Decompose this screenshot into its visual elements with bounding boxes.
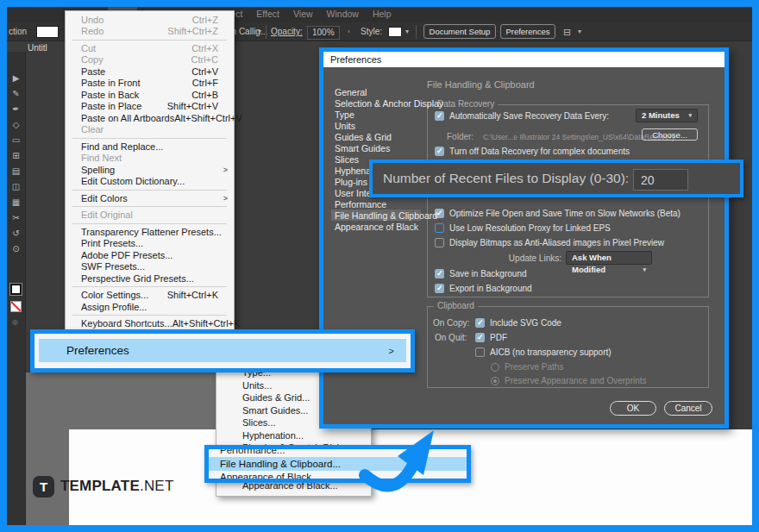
menu-item[interactable]: Paste in Back Ctrl+B (66, 89, 234, 101)
turnoff-recovery-checkbox[interactable] (435, 147, 444, 156)
divider (416, 25, 417, 39)
menu-item[interactable]: Find Next (66, 153, 234, 165)
tool-icon[interactable]: ▦ (7, 195, 25, 210)
menu-item[interactable]: Keyboard Shortcuts... Alt+Shift+Ctrl+K (66, 318, 234, 330)
tool-icon[interactable]: ✂ (7, 210, 25, 226)
menubar-item[interactable]: Help (366, 7, 398, 22)
menubar-item[interactable]: View (286, 7, 320, 22)
menubar-item[interactable]: Window (320, 7, 366, 22)
svg-code-label: Include SVG Code (490, 318, 561, 328)
menu-item[interactable]: Adobe PDF Presets... (66, 249, 234, 261)
sidebar-item[interactable]: Performance (335, 199, 421, 210)
bitmaps-checkbox[interactable] (435, 238, 444, 247)
sidebar-item[interactable]: General (335, 87, 421, 98)
preferences-menu-item[interactable]: Preferences > (39, 339, 406, 362)
sidebar-item[interactable]: Smart Guides (335, 143, 421, 154)
menu-item[interactable]: Find and Replace... (66, 141, 234, 153)
opacity-label[interactable]: Opacity: (271, 26, 303, 38)
preserve-paths-radio[interactable] (491, 363, 499, 372)
preferences-highlight-box: Preferences > (30, 329, 415, 372)
sidebar-item[interactable]: Appearance of Black (335, 222, 421, 233)
stroke-none-swatch[interactable] (10, 301, 22, 312)
clipboard-group-label: Clipboard (434, 301, 478, 310)
menu-item[interactable]: Paste in Place Shift+Ctrl+V (66, 101, 234, 113)
menu-item[interactable]: Edit Original (66, 210, 234, 222)
fill-stroke-swatch[interactable] (10, 284, 22, 295)
menu-item[interactable]: Assign Profile... (66, 301, 234, 313)
document-tab[interactable]: Untitl (28, 43, 47, 53)
tool-icon[interactable]: ↺ (7, 226, 25, 241)
template-net-watermark: T TEMPLATE.NET (33, 475, 173, 498)
tool-icon[interactable]: ✒ (7, 102, 25, 117)
fill-color-swatch[interactable] (36, 26, 59, 38)
sidebar-item[interactable]: Type (335, 110, 421, 121)
menu-item[interactable]: Clear (66, 124, 234, 136)
bitmaps-label: Display Bitmaps as Anti-Aliased images i… (449, 238, 664, 247)
menu-separator (72, 286, 227, 287)
tool-icon[interactable]: ▤ (7, 164, 25, 179)
menu-item[interactable]: Paste in Front Ctrl+F (66, 78, 234, 90)
menu-item[interactable]: Paste Ctrl+V (66, 66, 234, 78)
submenu-item[interactable]: Hyphenation... (216, 429, 371, 442)
arrange-docs-icon[interactable]: ⊟ (563, 26, 571, 38)
preferences-button[interactable]: Preferences (500, 24, 555, 39)
tool-icon[interactable]: ⊙ (7, 241, 25, 257)
sidebar-item[interactable]: Guides & Grid (335, 132, 421, 143)
aicb-label: AICB (no transparency support) (490, 347, 612, 357)
tool-icon[interactable]: ▶ (7, 71, 25, 86)
menu-item[interactable]: Spelling > (66, 164, 234, 176)
menu-item[interactable]: Edit Custom Dictionary... (66, 176, 234, 188)
draw-mode-icon[interactable]: ◎ (12, 318, 18, 326)
menubar-item[interactable]: Effect (249, 7, 286, 22)
dialog-section-header: File Handling & Clipboard (427, 79, 535, 90)
ok-button[interactable]: OK (610, 401, 656, 416)
menu-item[interactable]: Transparency Flattener Presets... (66, 226, 234, 238)
menu-item[interactable]: Copy Ctrl+C (66, 54, 234, 66)
menu-item[interactable]: Color Settings... Shift+Ctrl+K (66, 290, 234, 302)
data-recovery-group-label: Data Recovery (434, 99, 498, 109)
submenu-arrow-icon: > (221, 194, 228, 203)
menu-item[interactable]: Paste on All Artboards Alt+Shift+Ctrl+V (66, 112, 234, 124)
tool-icon[interactable]: ⊞ (7, 148, 25, 164)
svg-code-checkbox[interactable] (475, 318, 485, 328)
pdf-checkbox[interactable] (475, 333, 485, 342)
save-background-checkbox[interactable] (435, 269, 444, 279)
menu-separator (72, 206, 227, 207)
opacity-value[interactable]: 100% (307, 26, 340, 40)
menu-item[interactable]: Perspective Grid Presets... (66, 272, 234, 285)
auto-save-checkbox[interactable] (435, 111, 444, 121)
lowres-proxy-checkbox[interactable] (435, 223, 444, 233)
choose-folder-button[interactable]: Choose... (642, 128, 698, 141)
recent-files-input[interactable] (633, 169, 688, 191)
menu-item[interactable]: Edit Colors > (66, 192, 234, 204)
aicb-checkbox[interactable] (475, 347, 485, 357)
tool-icon[interactable]: ◫ (7, 179, 25, 195)
save-interval-dropdown[interactable]: 2 Minutes▾ (636, 109, 698, 122)
chevron-down-icon[interactable]: ▾ (578, 26, 581, 38)
export-background-checkbox[interactable] (435, 284, 444, 293)
clipboard-group: Clipboard On Copy: Include SVG Code On Q… (427, 306, 709, 388)
tool-icon[interactable]: ✎ (7, 86, 25, 102)
style-swatch[interactable] (388, 27, 402, 37)
tool-icon[interactable]: ▭ (7, 133, 25, 148)
menu-item[interactable]: Redo Shift+Ctrl+Z (66, 26, 234, 38)
sidebar-item[interactable]: Selection & Anchor Display (335, 98, 421, 110)
menu-item[interactable]: SWF Presets... (66, 261, 234, 273)
sidebar-item[interactable]: Units (335, 121, 421, 132)
illustrator-window: FileEditObjectTypeSelectEffectViewWindow… (7, 7, 752, 525)
document-setup-button[interactable]: Document Setup (423, 24, 496, 39)
stepper-icon[interactable]: › (348, 26, 350, 38)
menu-separator (72, 190, 227, 191)
chevron-down-icon[interactable]: ▾ (405, 26, 409, 38)
preserve-appearance-radio[interactable] (491, 377, 499, 385)
chevron-down-icon[interactable]: ▾ (258, 26, 261, 38)
watermark-suffix: .NET (140, 478, 174, 494)
tool-icon[interactable]: ◇ (7, 117, 25, 133)
template-net-logo-icon: T (33, 476, 54, 498)
menu-item[interactable]: Undo Ctrl+Z (66, 14, 234, 26)
update-links-dropdown[interactable]: Ask When Modified▾ (566, 251, 652, 265)
menu-item[interactable]: Print Presets... (66, 238, 234, 250)
menu-item[interactable]: Cut Ctrl+X (66, 42, 234, 54)
cancel-button[interactable]: Cancel (664, 401, 712, 416)
sidebar-item[interactable]: File Handling & Clipboard (335, 210, 421, 222)
